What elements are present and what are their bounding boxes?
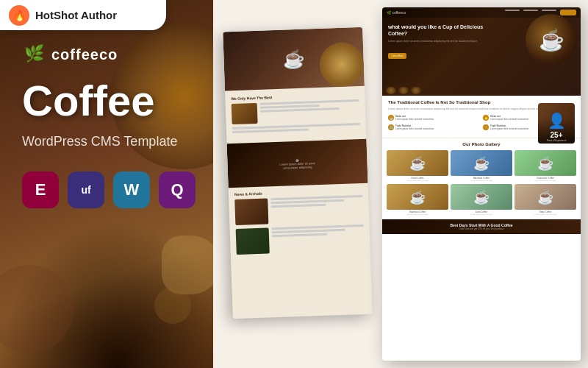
plugin-elementor-icon: E [22, 171, 59, 208]
pr-feature-1: ☕ Clean outLorem ipsum dolor sit amet co… [388, 115, 480, 121]
preview-menu-text-2 [232, 123, 360, 135]
gallery-img-espresso: ☕ [387, 184, 448, 210]
preview-news-line-3 [271, 204, 326, 208]
deco-bean-1 [162, 236, 220, 294]
pr-feature-3: 🏪 Triple NutritionLorem ipsum dolor sit … [388, 124, 480, 130]
preview-right-card: 🌿 coffeeco what would you like a Cup of … [382, 7, 581, 361]
gallery-img-lava: ☕ [451, 184, 512, 210]
gallery-img-machiato: ☕ [451, 150, 512, 176]
plugin-qode-icon: Q [159, 171, 196, 208]
preview-news-item-2 [236, 224, 365, 255]
gallery-img-capuccino: ☕ [514, 150, 576, 176]
gallery-img-drool: ☕ [387, 150, 448, 176]
pr-hero-beans [386, 87, 421, 94]
preview-left-card: ☕ We Only Have The Best ☕Lore [223, 27, 372, 319]
pr-gallery-grid: ☕ Drool Coffee Lorem ipsum dolor sit ame… [387, 150, 576, 216]
pr-hero-cup: ☕ [526, 14, 577, 66]
hotshot-logo-icon: 🔥 [9, 5, 29, 26]
pr-nav-brand: 🌿 coffeeco [387, 10, 406, 15]
pr-bottom-subtitle: Order now and get 20% off your first pur… [388, 227, 575, 230]
left-panel: 🌿 coffeeco Coffee WordPress CMS Template… [0, 0, 235, 368]
subtitle: WordPress CMS Template [22, 134, 196, 149]
pr-nav-links [505, 10, 576, 15]
preview-menu-img [232, 103, 258, 124]
preview-news-text-2 [272, 224, 365, 253]
preview-news-item-1 [234, 195, 363, 225]
left-content: 🌿 coffeeco Coffee WordPress CMS Template… [22, 44, 196, 208]
pr-bean-3 [411, 87, 421, 94]
pr-hero-content: what would you like a Cup of Delicious C… [382, 18, 581, 66]
preview-news-img-2 [236, 227, 270, 255]
preview-news-img-1 [234, 198, 268, 225]
preview-menu-row-2 [232, 123, 360, 135]
pr-bottom-banner: Best Days Start With A Good Coffee Order… [382, 219, 581, 234]
gallery-item-3: ☕ Capuccino Coffee Lorem ipsum dolor sit… [514, 150, 576, 182]
wp-label: W [124, 180, 140, 199]
pr-badge-text: Years of Experience [545, 139, 568, 144]
gallery-sub-1: Lorem ipsum dolor sit amet [387, 180, 448, 182]
preview-menu-text [260, 99, 359, 114]
header-bar: 🔥 HotShot Author [0, 0, 166, 30]
pr-hero-learn-btn: Learn More [388, 53, 406, 59]
pr-nav-link-1 [505, 10, 520, 11]
gallery-item-1: ☕ Drool Coffee Lorem ipsum dolor sit ame… [387, 150, 448, 182]
gallery-item-4: ☕ Espresso Coffee Lorem ipsum dolor sit … [387, 184, 448, 216]
deco-bean-2 [154, 287, 191, 324]
pr-feature-text-1: Clean outLorem ipsum dolor sit amet cons… [395, 115, 434, 121]
preview-news-line-6 [272, 233, 327, 238]
pr-feature-text-3: Triple NutritionLorem ipsum dolor sit am… [395, 124, 434, 130]
preview-section-menu: We Only Have The Best [225, 86, 366, 144]
qode-label: Q [171, 180, 183, 199]
gallery-sub-3: Lorem ipsum dolor sit amet [514, 180, 576, 182]
pr-feature-icon-2: ⭐ [483, 115, 489, 121]
pr-gallery: Our Photo Gallery ☕ Drool Coffee Lorem i… [382, 138, 581, 219]
pr-hero-title: what would you like a Cup of Delicious C… [388, 24, 491, 37]
leaf-icon: 🌿 [24, 44, 44, 63]
right-panel: ☕ We Only Have The Best ☕Lore [213, 0, 588, 368]
pr-nav-shop-btn [560, 10, 576, 15]
pr-nav-link-2 [523, 10, 538, 11]
gallery-sub-5: Lorem ipsum dolor sit amet [451, 213, 512, 216]
plugin-wordpress-icon: W [113, 171, 150, 208]
header-title: HotShot Author [35, 9, 117, 21]
preview-menu-row-1 [232, 99, 360, 124]
pr-feature-icon-3: 🏪 [388, 124, 394, 130]
pr-feature-text-4: Triple NutritionLorem ipsum dolor sit am… [490, 124, 529, 130]
uiux-label: uf [81, 184, 90, 196]
preview-dark-section: ☕Lorem ipsum dolor sit ametconsectetur a… [227, 139, 368, 188]
pr-feature-icon-1: ☕ [388, 115, 394, 121]
pr-badge-person-icon: 👤 [548, 112, 566, 130]
gallery-item-5: ☕ Lava Coffee Lorem ipsum dolor sit amet [451, 184, 512, 216]
gallery-sub-2: Lorem ipsum dolor sit amet [451, 180, 512, 182]
pr-hero: 🌿 coffeeco what would you like a Cup of … [382, 7, 581, 96]
pr-hero-text: Lorem ipsum dolor sit amet consectetur a… [388, 40, 491, 43]
preview-news-text-1 [270, 195, 363, 224]
pr-bean-1 [386, 87, 396, 94]
preview-news-section: News & Arrivals [229, 183, 370, 263]
pr-nav-link-3 [542, 10, 556, 11]
preview-dark-text: ☕Lorem ipsum dolor sit ametconsectetur a… [279, 158, 315, 170]
brand-name: coffeeco [51, 46, 118, 63]
gallery-sub-4: Lorem ipsum dolor sit amet [387, 213, 448, 216]
pr-person-badge: 👤 25+ Years of Experience [538, 103, 575, 144]
gallery-item-2: ☕ Machiato Coffee Lorem ipsum dolor sit … [451, 150, 512, 182]
main-title: Coffee [22, 79, 196, 122]
brand-icon: 🌿 [22, 44, 46, 65]
pr-badge-number: 25+ [551, 131, 563, 139]
plugin-icons: E uf W Q [22, 171, 196, 208]
plugin-uiux-icon: uf [68, 171, 104, 208]
pr-feature-icon-4: ✓ [483, 124, 489, 130]
preview-news-line-2 [270, 199, 344, 204]
pr-bean-2 [398, 87, 409, 94]
pr-badge-inner: 👤 25+ Years of Experience [538, 103, 575, 144]
pr-feature-text-2: Clean outLorem ipsum dolor sit amet cons… [490, 115, 529, 121]
preview-left-hero: ☕ [223, 27, 365, 91]
pr-nav-logo: 🌿 coffeeco [387, 10, 406, 15]
brand-logo: 🌿 coffeeco [22, 44, 196, 65]
gallery-item-6: ☕ Tasty Coffee Lorem ipsum dolor sit ame… [514, 184, 576, 216]
gallery-sub-6: Lorem ipsum dolor sit amet [514, 213, 576, 216]
elementor-label: E [35, 180, 46, 199]
gallery-img-tasty: ☕ [514, 184, 576, 210]
